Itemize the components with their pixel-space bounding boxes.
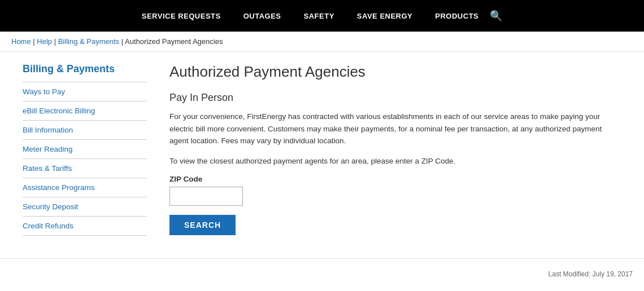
description-1: For your convenience, FirstEnergy has co… <box>169 111 621 147</box>
section-title: Pay In Person <box>169 92 621 104</box>
sidebar-item-meter-reading[interactable]: Meter Reading <box>23 140 147 159</box>
top-navigation: SERVICE REQUESTS OUTAGES SAFETY SAVE ENE… <box>0 0 644 32</box>
nav-item-service-requests[interactable]: SERVICE REQUESTS <box>142 11 221 20</box>
nav-item-products[interactable]: PRODUCTS <box>435 11 478 20</box>
description-2: To view the closest authorized payment a… <box>169 155 621 167</box>
sidebar-title: Billing & Payments <box>23 63 147 75</box>
sidebar-item-ways-to-pay[interactable]: Ways to Pay <box>23 82 147 102</box>
sidebar-item-bill-information[interactable]: Bill Information <box>23 121 147 140</box>
nav-item-outages[interactable]: OUTAGES <box>243 11 281 20</box>
sidebar-item-assistance-programs[interactable]: Assistance Programs <box>23 178 147 197</box>
zip-label: ZIP Code <box>169 175 621 183</box>
sidebar-item-credit-refunds[interactable]: Credit Refunds <box>23 217 147 236</box>
footer-note: Last Modified: July 19, 2017 <box>0 258 644 284</box>
breadcrumb: Home | Help | Billing & Payments | Autho… <box>0 32 644 52</box>
breadcrumb-sep2: | <box>54 37 58 46</box>
sidebar-item-rates-tariffs[interactable]: Rates & Tariffs <box>23 159 147 178</box>
breadcrumb-billing[interactable]: Billing & Payments <box>58 37 119 46</box>
main-container: Billing & Payments Ways to Pay eBill Ele… <box>11 63 633 236</box>
breadcrumb-help[interactable]: Help <box>37 37 52 46</box>
sidebar-nav: Ways to Pay eBill Electronic Billing Bil… <box>23 82 147 236</box>
sidebar: Billing & Payments Ways to Pay eBill Ele… <box>23 63 147 236</box>
breadcrumb-current: Authorized Payment Agencies <box>125 37 223 46</box>
sidebar-item-ebill[interactable]: eBill Electronic Billing <box>23 102 147 121</box>
page-title: Authorized Payment Agencies <box>169 63 621 81</box>
search-button[interactable]: SEARCH <box>169 215 236 235</box>
nav-item-safety[interactable]: SAFETY <box>304 11 334 20</box>
breadcrumb-home[interactable]: Home <box>11 37 31 46</box>
nav-item-save-energy[interactable]: SAVE ENERGY <box>357 11 412 20</box>
search-icon[interactable]: 🔍 <box>490 10 502 22</box>
content-area: Authorized Payment Agencies Pay In Perso… <box>169 63 621 236</box>
sidebar-item-security-deposit[interactable]: Security Deposit <box>23 197 147 217</box>
zip-input[interactable] <box>169 187 243 206</box>
last-modified: Last Modified: July 19, 2017 <box>549 270 633 278</box>
